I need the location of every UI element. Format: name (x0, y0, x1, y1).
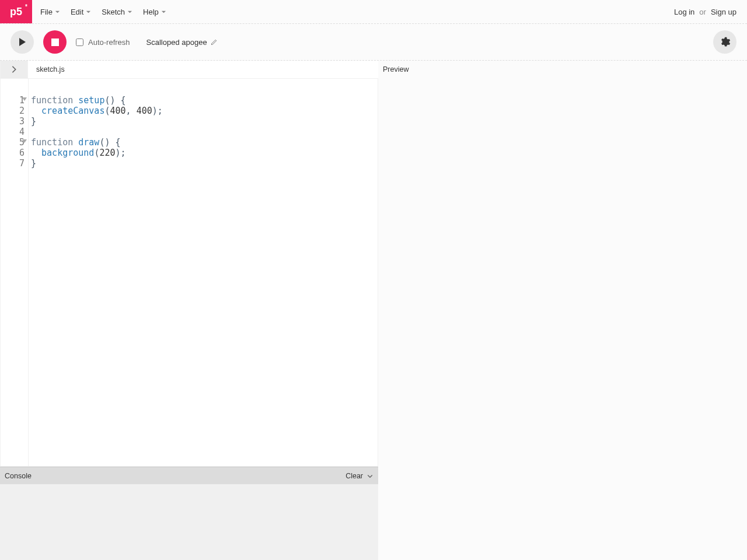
chevron-down-icon (161, 9, 166, 15)
line-number: 2 (1, 106, 25, 116)
menubar: File Edit Sketch Help (40, 8, 166, 16)
fold-icon[interactable] (22, 97, 27, 101)
menu-help[interactable]: Help (143, 8, 166, 16)
stop-button[interactable] (43, 30, 67, 54)
preview-pane: Preview (378, 61, 747, 560)
code-line: function draw() { (31, 137, 378, 148)
fold-icon[interactable] (22, 139, 27, 143)
line-number: 5 (1, 137, 25, 148)
auto-refresh-toggle[interactable]: Auto-refresh (76, 38, 130, 47)
console-header: Console Clear (0, 467, 378, 484)
chevron-down-icon (86, 9, 91, 15)
auth-links: Log in or Sign up (674, 8, 736, 16)
menu-label: Sketch (102, 8, 125, 16)
sidebar-expand-button[interactable] (0, 61, 28, 78)
main-area: sketch.js 1234567 function setup() { cre… (0, 61, 747, 560)
file-tab-label: sketch.js (36, 65, 65, 74)
menu-file[interactable]: File (40, 8, 60, 16)
chevron-down-icon (366, 473, 374, 480)
editor-tabbar: sketch.js (0, 61, 378, 78)
preview-label: Preview (378, 61, 747, 78)
code-editor[interactable]: 1234567 function setup() { createCanvas(… (0, 78, 378, 467)
signup-link[interactable]: Sign up (711, 8, 736, 16)
line-number: 1 (1, 95, 25, 106)
gear-icon (719, 36, 731, 48)
login-link[interactable]: Log in (674, 8, 694, 16)
auto-refresh-label: Auto-refresh (88, 38, 130, 47)
pencil-icon (211, 38, 218, 46)
menu-sketch[interactable]: Sketch (102, 8, 132, 16)
chevron-down-icon (55, 9, 60, 15)
menu-edit[interactable]: Edit (71, 8, 91, 16)
menu-label: File (40, 8, 53, 16)
line-number: 6 (1, 148, 25, 158)
line-gutter: 1234567 (1, 79, 29, 466)
sketch-name-text: Scalloped apogee (146, 38, 207, 47)
logo-star: * (25, 4, 27, 10)
sketch-name[interactable]: Scalloped apogee (146, 38, 218, 47)
code-line: } (31, 116, 378, 127)
line-number: 7 (1, 158, 25, 169)
play-button[interactable] (11, 30, 34, 54)
logo-text: p5 (10, 6, 22, 18)
console-clear-button[interactable]: Clear (345, 472, 374, 480)
code-line (31, 127, 378, 137)
code-line: } (31, 158, 378, 169)
editor-pane: sketch.js 1234567 function setup() { cre… (0, 61, 378, 560)
code-line: createCanvas(400, 400); (31, 106, 378, 116)
toolbar: Auto-refresh Scalloped apogee (0, 24, 747, 61)
play-icon (18, 37, 27, 47)
line-number: 4 (1, 127, 25, 137)
logo[interactable]: p5* (0, 0, 32, 23)
chevron-down-icon (127, 9, 132, 15)
chevron-right-icon (10, 65, 18, 74)
code-line: background(220); (31, 148, 378, 158)
auth-or: or (699, 8, 706, 16)
settings-button[interactable] (713, 30, 736, 54)
stop-icon (51, 38, 59, 46)
auto-refresh-checkbox[interactable] (76, 38, 83, 46)
code-area[interactable]: function setup() { createCanvas(400, 400… (29, 79, 378, 466)
code-line: function setup() { (31, 95, 378, 106)
menu-label: Edit (71, 8, 83, 16)
console-label: Console (5, 472, 32, 480)
console-body[interactable] (0, 484, 378, 560)
console-clear-label: Clear (345, 472, 363, 480)
top-nav: p5* File Edit Sketch Help Log in or Sign… (0, 0, 747, 24)
line-number: 3 (1, 116, 25, 127)
menu-label: Help (143, 8, 159, 16)
file-tab[interactable]: sketch.js (28, 61, 73, 78)
